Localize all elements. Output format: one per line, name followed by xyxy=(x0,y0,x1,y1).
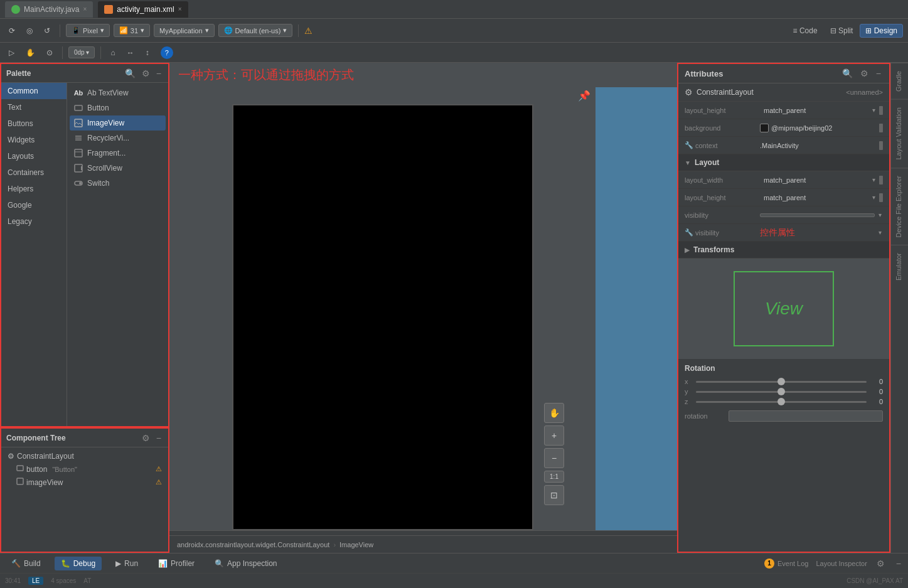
palette-item-button[interactable]: Button xyxy=(70,100,166,115)
device-dropdown[interactable]: 📱 Pixel ▾ xyxy=(66,24,110,37)
ratio-btn[interactable]: 1:1 xyxy=(544,471,564,483)
palette-item-textview[interactable]: Ab Ab TextView xyxy=(70,85,166,100)
bottom-status: 30:41 LE 4 spaces AT CSDN @AI_PAX AT xyxy=(0,573,908,588)
align-btn[interactable]: ↔ xyxy=(123,46,138,59)
layout-height-2-dropdown-btn[interactable]: ▾ xyxy=(871,194,877,201)
fit-btn[interactable]: ⊡ xyxy=(544,485,564,505)
phone-canvas[interactable] xyxy=(232,104,533,530)
tree-item-constraintlayout[interactable]: ⚙ ConstraintLayout xyxy=(4,450,166,462)
rotation-x-slider[interactable] xyxy=(696,381,867,383)
device-file-explorer-label: Device File Explorer xyxy=(895,176,902,237)
visibility-dropdown-btn[interactable]: ▾ xyxy=(877,211,883,218)
layout-validation-tab[interactable]: Layout Validation xyxy=(891,99,908,168)
java-file-icon xyxy=(11,5,20,14)
tab-close-xml[interactable]: × xyxy=(178,6,182,13)
rotation-input-field[interactable] xyxy=(729,410,883,422)
transform-btn[interactable]: ⌂ xyxy=(107,46,119,59)
bottom-tab-run[interactable]: ▶ Run xyxy=(109,557,144,570)
palette-item-switch[interactable]: Switch xyxy=(70,176,166,191)
palette-cat-widgets[interactable]: Widgets xyxy=(1,132,67,148)
palette-minimize-btn[interactable]: − xyxy=(154,68,163,79)
device-file-explorer-tab[interactable]: Device File Explorer xyxy=(891,168,908,245)
attrs-settings-btn[interactable]: ⚙ xyxy=(858,68,870,79)
canvas-annotation: 一种方式：可以通过拖拽的方式 xyxy=(169,63,677,87)
transforms-section-label: Transforms xyxy=(693,245,734,254)
gradle-tab[interactable]: Gradle xyxy=(891,63,908,99)
zoom-out-btn[interactable]: − xyxy=(544,448,564,468)
design-mode-btn[interactable]: ⊞ Design xyxy=(860,24,903,38)
panning-btn[interactable]: ✋ xyxy=(22,46,39,59)
api-dropdown[interactable]: 📶 31 ▾ xyxy=(114,24,150,37)
bottom-minimize-btn[interactable]: − xyxy=(894,558,903,569)
help-btn[interactable]: ? xyxy=(161,46,173,59)
app-chevron: ▾ xyxy=(205,26,209,35)
code-mode-btn[interactable]: ≡ Code xyxy=(788,24,823,38)
debug-label: Debug xyxy=(73,559,95,568)
event-log-label[interactable]: Event Log xyxy=(777,560,809,567)
tree-item-imageview[interactable]: imageView ⚠ xyxy=(4,476,166,489)
background-color-swatch[interactable] xyxy=(760,124,769,132)
layout-width-value[interactable]: match_parent xyxy=(760,175,868,185)
hand-btn[interactable]: ✋ xyxy=(544,403,564,423)
palette-item-recyclerview[interactable]: RecyclerVi... xyxy=(70,131,166,146)
palette-cat-common[interactable]: Common xyxy=(1,83,67,99)
palette-cat-containers-label: Containers xyxy=(8,168,44,177)
palette-item-scrollview[interactable]: ScrollView xyxy=(70,161,166,176)
visibility-value[interactable] xyxy=(760,213,875,217)
layout-height-2-value[interactable]: match_parent xyxy=(760,193,868,203)
attrs-row-context: 🔧 context .MainActivity xyxy=(678,137,889,154)
tab-activity-xml[interactable]: activity_main.xml × xyxy=(98,1,188,18)
layout-height-dropdown-btn[interactable]: ▾ xyxy=(871,107,877,114)
palette-settings-btn[interactable]: ⚙ xyxy=(140,68,152,79)
rotation-y-slider[interactable] xyxy=(696,391,867,393)
tab-close-main[interactable]: × xyxy=(83,6,87,13)
pan-btn[interactable]: ⊙ xyxy=(43,46,56,59)
visibility-annotated-dropdown-btn[interactable]: ▾ xyxy=(877,229,883,236)
bottom-settings-btn[interactable]: ⚙ xyxy=(875,558,887,569)
design-mode-icon: ⊞ xyxy=(865,26,872,35)
layout-section-header[interactable]: ▼ Layout xyxy=(678,154,889,171)
breadcrumb-imageview[interactable]: ImageView xyxy=(339,541,373,548)
component-tree-minimize-btn[interactable]: − xyxy=(154,432,163,444)
palette-cat-legacy[interactable]: Legacy xyxy=(1,213,67,230)
layout-inspector-label[interactable]: Layout Inspector xyxy=(816,560,867,567)
bottom-tab-app-inspection[interactable]: 🔍 App Inspection xyxy=(208,557,283,570)
split-mode-btn[interactable]: ⊟ Split xyxy=(825,24,859,38)
tab-main-activity[interactable]: MainActivity.java × xyxy=(5,1,93,18)
canvas-scrollbar[interactable] xyxy=(169,530,677,535)
palette-cat-helpers[interactable]: Helpers xyxy=(1,181,67,197)
attrs-minimize-btn[interactable]: − xyxy=(874,68,883,79)
palette-item-imageview[interactable]: ImageView xyxy=(70,115,166,131)
app-dropdown[interactable]: MyApplication ▾ xyxy=(154,24,214,37)
palette-cat-text[interactable]: Text xyxy=(1,99,67,115)
orientation-btn[interactable]: ⟳ xyxy=(5,24,19,37)
bottom-tab-profiler[interactable]: 📊 Profiler xyxy=(152,557,201,570)
select-btn[interactable]: ▷ xyxy=(5,46,18,59)
palette-item-fragment[interactable]: Fragment... xyxy=(70,146,166,161)
emulator-tab[interactable]: Emulator xyxy=(891,245,908,288)
refresh-btn[interactable]: ↺ xyxy=(40,24,54,37)
palette-cat-layouts[interactable]: Layouts xyxy=(1,148,67,164)
palette-cat-buttons[interactable]: Buttons xyxy=(1,115,67,132)
background-value[interactable]: @mipmap/beijing02 xyxy=(771,124,877,132)
component-tree-settings-btn[interactable]: ⚙ xyxy=(140,432,152,444)
bottom-tab-debug[interactable]: 🐛 Debug xyxy=(55,557,102,570)
blueprint-btn[interactable]: ◎ xyxy=(23,24,36,37)
attrs-search-btn[interactable]: 🔍 xyxy=(840,68,855,79)
locale-dropdown[interactable]: 🌐 Default (en-us) ▾ xyxy=(218,24,293,37)
bottom-tab-build[interactable]: 🔨 Build xyxy=(5,557,47,570)
layout-width-dropdown-btn[interactable]: ▾ xyxy=(871,176,877,183)
layout-height-value[interactable]: match_parent xyxy=(760,105,868,115)
transforms-section-header[interactable]: ▶ Transforms xyxy=(678,242,889,259)
context-value[interactable]: .MainActivity xyxy=(760,142,877,149)
tree-item-button[interactable]: button "Button" ⚠ xyxy=(4,462,166,476)
attrs-component-name: ConstraintLayout xyxy=(697,88,842,97)
guide-btn[interactable]: ↕ xyxy=(142,46,153,59)
margin-dropdown[interactable]: 0dp ▾ xyxy=(68,46,95,58)
zoom-in-btn[interactable]: + xyxy=(544,425,564,446)
palette-search-btn[interactable]: 🔍 xyxy=(123,68,137,79)
palette-cat-google[interactable]: Google xyxy=(1,197,67,213)
breadcrumb-constraintlayout[interactable]: androidx.constraintlayout.widget.Constra… xyxy=(177,541,329,548)
rotation-z-slider[interactable] xyxy=(696,401,867,403)
palette-cat-containers[interactable]: Containers xyxy=(1,164,67,181)
